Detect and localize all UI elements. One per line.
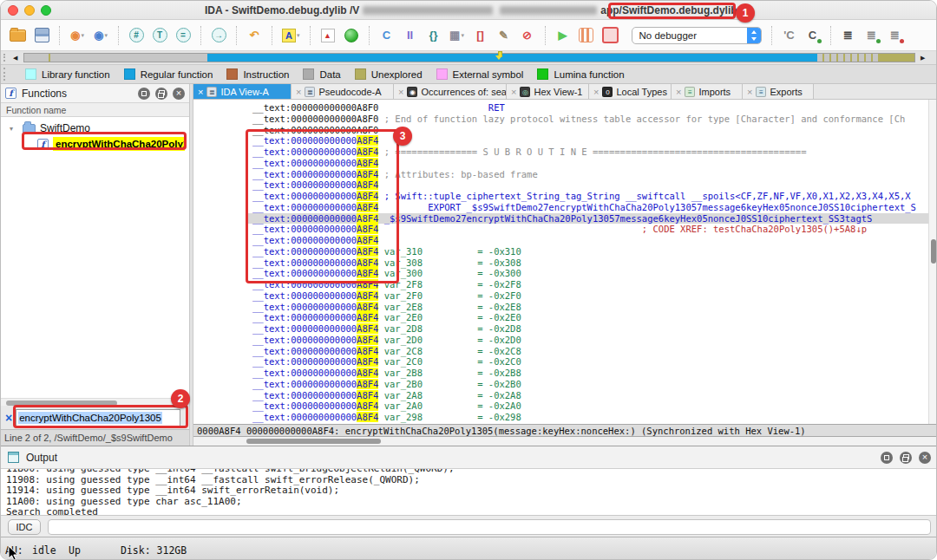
debugger-select[interactable]: No debugger (632, 27, 762, 44)
scrollbar-thumb[interactable] (246, 439, 381, 444)
close-button[interactable] (173, 88, 185, 100)
function-search-input[interactable]: encryptWithChaCha20Poly1305 (16, 409, 180, 427)
tab-ida-view-a[interactable]: ×≣IDA View-A (193, 84, 292, 99)
disasm-line[interactable]: __text:000000000000A8F4 (193, 179, 937, 191)
tab-exports[interactable]: ×≡Exports (743, 84, 814, 99)
ida-view-disassembly[interactable]: __text:000000000000A8F0 RET__text:000000… (193, 100, 937, 424)
disasm-line[interactable]: __text:000000000000A8F4 EXPORT _$s9Swift… (193, 202, 937, 213)
tab-close-icon[interactable]: × (296, 85, 301, 99)
circle-hash-icon[interactable]: # (128, 27, 144, 44)
clear-search-icon[interactable] (5, 411, 12, 425)
folder-open-icon[interactable] (10, 27, 26, 44)
save-icon[interactable] (34, 27, 49, 44)
green-sphere-icon[interactable] (344, 27, 359, 44)
tab-close-icon[interactable]: × (676, 85, 681, 99)
undo-arrow-icon[interactable]: ↶ (246, 27, 262, 44)
pin-blue-icon[interactable]: ◉▾ (93, 27, 108, 44)
c-struct-icon[interactable]: C (379, 27, 395, 44)
output-log[interactable]: 11B00: using guessed type __int64 __fast… (1, 469, 937, 515)
float-button[interactable] (155, 88, 167, 100)
disasm-line[interactable]: __text:000000000000A8F4 (193, 158, 937, 169)
tab-occurrences-of-seal[interactable]: ×◉Occurrences of: seal (394, 84, 507, 99)
disasm-line[interactable]: __text:000000000000A8F0 RET (193, 102, 937, 114)
float-button[interactable] (900, 452, 912, 464)
debug-stop-icon[interactable] (602, 27, 619, 44)
c-quote-icon[interactable]: 'C (782, 27, 797, 44)
function-name-column-header[interactable]: Function name (1, 103, 189, 117)
disasm-line[interactable]: __text:000000000000A8F4 var_2A0 = -0x2A0 (193, 400, 937, 412)
disasm-line[interactable]: __text:000000000000A8F4 var_298 = -0x298 (193, 412, 937, 423)
disasm-line[interactable]: __text:000000000000A8F4 var_308 = -0x308 (193, 257, 937, 269)
navband-left-arrow-icon[interactable]: ◀ (13, 55, 17, 62)
tab-local-types[interactable]: ×0Local Types (589, 84, 672, 99)
list-green-icon[interactable]: ≣ (864, 27, 880, 44)
circle-arrow-icon[interactable]: → (211, 27, 226, 44)
braces-icon[interactable]: {} (426, 27, 442, 44)
disasm-line[interactable]: __text:000000000000A8F4 var_2D8 = -0x2D8 (193, 323, 937, 335)
disasm-line[interactable]: __text:000000000000A8F4 var_300 = -0x300 (193, 268, 937, 279)
disasm-line[interactable]: __text:000000000000A8F4 var_310 = -0x310 (193, 246, 937, 257)
tab-close-icon[interactable]: × (511, 85, 516, 99)
disasm-line[interactable]: __text:000000000000A8F4 ; Attributes: bp… (193, 169, 937, 180)
disasm-line[interactable]: __text:000000000000A8F4 var_2C0 = -0x2C0 (193, 356, 937, 368)
disasm-line[interactable]: __text:000000000000A8F4 var_2E8 = -0x2E8 (193, 302, 937, 313)
idc-command-input[interactable] (48, 519, 931, 535)
breakpoint-icon[interactable]: ▲ (320, 27, 336, 44)
disasm-line[interactable]: __text:000000000000A8F4 var_2E0 = -0x2E0 (193, 312, 937, 323)
disasm-line[interactable]: __text:000000000000A8F4 var_2A8 = -0x2A8 (193, 390, 937, 401)
debug-play-icon[interactable]: ▶ (555, 27, 571, 44)
disasm-line[interactable]: __text:000000000000A8F0 (193, 125, 937, 136)
roman-two-icon[interactable]: II (403, 27, 418, 44)
circle-t-icon[interactable]: T (152, 27, 167, 44)
tab-close-icon[interactable]: × (398, 85, 403, 99)
selected-function-label[interactable]: encryptWithChaCha20Poly130 (53, 137, 185, 151)
chevron-down-icon[interactable] (10, 125, 18, 133)
tab-hex-view-1[interactable]: ×◎Hex View-1 (507, 84, 589, 99)
circle-equals-icon[interactable]: = (175, 27, 191, 44)
disassembly-horizontal-scrollbar[interactable] (193, 437, 937, 446)
tab-close-icon[interactable]: × (593, 85, 599, 99)
disasm-line[interactable]: __text:000000000000A8F0 ; End of functio… (193, 114, 937, 125)
tree-item-swiftdemo[interactable]: SwiftDemo (1, 120, 189, 136)
disasm-line[interactable]: __text:000000000000A8F4 var_2B8 = -0x2B8 (193, 368, 937, 379)
disasm-line[interactable]: __text:000000000000A8F4 var_2D0 = -0x2D0 (193, 335, 937, 346)
navband-right-arrow-icon[interactable]: ▶ (921, 55, 925, 62)
debug-pause-icon[interactable] (579, 27, 594, 44)
disasm-line[interactable]: __text:000000000000A8F4 ; ==============… (193, 147, 937, 158)
highlight-a-icon[interactable]: A▾ (282, 27, 300, 44)
navband-position-marker[interactable] (495, 51, 503, 61)
disasm-line[interactable]: __text:000000000000A8F4 ; CODE XREF: tes… (193, 224, 937, 235)
disassembly-vertical-scrollbar[interactable] (928, 100, 936, 424)
combo-stepper-icon[interactable] (747, 28, 761, 43)
pencil-icon[interactable]: ✎ (496, 27, 512, 44)
disasm-line[interactable]: __text:000000000000A8F4 var_2C8 = -0x2C8 (193, 346, 937, 357)
tab-imports[interactable]: ×≡Imports (672, 84, 743, 99)
zoom-traffic-light[interactable] (41, 5, 51, 16)
c-arrow-icon[interactable]: C (805, 27, 821, 44)
tab-close-icon[interactable]: × (198, 85, 203, 99)
maximize-button[interactable] (138, 88, 150, 100)
list-red-icon[interactable]: ≣ (888, 27, 903, 44)
tab-close-icon[interactable]: × (747, 85, 752, 99)
functions-horizontal-scrollbar[interactable] (1, 398, 189, 406)
navigation-band[interactable]: ◀ ▶ (1, 51, 937, 65)
scrollbar-thumb[interactable] (931, 239, 936, 264)
disasm-line[interactable]: __text:000000000000A8F4 var_2F0 = -0x2F0 (193, 290, 937, 302)
tab-pseudocode-a[interactable]: ×≣Pseudocode-A (292, 84, 394, 99)
scrollbar-thumb[interactable] (6, 400, 117, 406)
disasm-line[interactable]: __text:000000000000A8F4 var_2B0 = -0x2B0 (193, 379, 937, 390)
pin-orange-icon[interactable]: ◉▾ (69, 27, 85, 44)
disasm-line[interactable]: __text:000000000000A8F4 _$s9SwiftDemo27e… (193, 213, 937, 225)
disasm-line[interactable]: __text:000000000000A8F4 (193, 135, 937, 147)
disasm-line[interactable]: __text:000000000000A8F4 ; Swift::tuple_c… (193, 191, 937, 202)
red-brackets-icon[interactable]: [] (473, 27, 488, 44)
tree-item-encrypt-function[interactable]: encryptWithChaCha20Poly130 (37, 136, 189, 152)
navband-track[interactable] (23, 53, 915, 62)
close-button[interactable] (919, 452, 931, 464)
idc-button[interactable]: IDC (8, 519, 41, 535)
disasm-line[interactable]: __text:000000000000A8F4 (193, 235, 937, 246)
maximize-button[interactable] (881, 452, 893, 464)
grid-icon[interactable]: ▦▾ (449, 27, 465, 44)
close-traffic-light[interactable] (8, 5, 18, 16)
list-dark-icon[interactable]: ≣ (841, 27, 856, 44)
